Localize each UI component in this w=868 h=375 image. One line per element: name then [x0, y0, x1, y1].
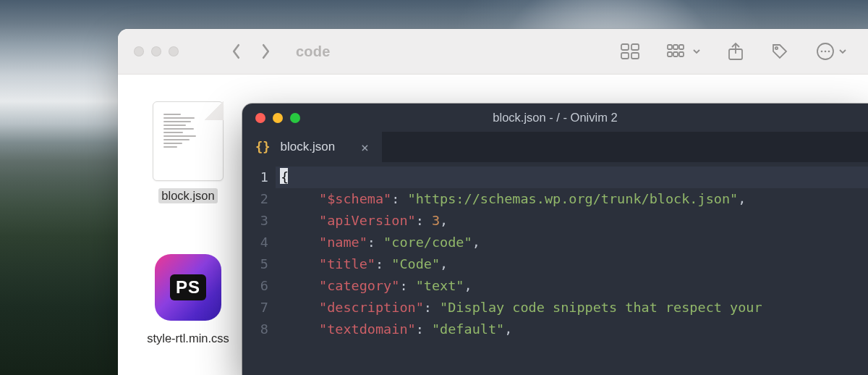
editor-area[interactable]: 12345678 {"$schema": "https://schemas.wp…: [242, 162, 868, 375]
chevron-down-icon: [839, 48, 846, 55]
finder-zoom-button[interactable]: [169, 46, 179, 56]
finder-forward-button[interactable]: [260, 43, 271, 59]
action-menu-button[interactable]: [816, 42, 846, 61]
code-line[interactable]: "name": "core/code",: [276, 232, 868, 253]
finder-close-button[interactable]: [134, 46, 144, 56]
finder-titlebar[interactable]: code: [118, 29, 868, 75]
finder-back-button[interactable]: [231, 43, 242, 59]
tags-button[interactable]: [771, 43, 788, 60]
finder-folder-title: code: [296, 43, 330, 60]
svg-rect-7: [668, 52, 672, 56]
code-line[interactable]: "$schema": "https://schemas.wp.org/trunk…: [276, 188, 868, 210]
code-line[interactable]: "title": "Code",: [276, 253, 868, 275]
code-line[interactable]: "textdomain": "default",: [276, 319, 868, 340]
svg-rect-9: [679, 52, 684, 56]
tab-label: block.json: [280, 140, 335, 154]
line-number: 1: [242, 167, 268, 188]
svg-rect-6: [679, 45, 684, 49]
code-content[interactable]: {"$schema": "https://schemas.wp.org/trun…: [276, 162, 868, 375]
group-by-button[interactable]: [667, 44, 700, 59]
editor-tab-block-json[interactable]: {} block.json ×: [242, 132, 382, 162]
line-number: 5: [242, 253, 268, 275]
finder-toolbar: [621, 29, 846, 74]
line-number: 7: [242, 297, 268, 319]
svg-point-15: [825, 51, 827, 53]
line-number: 2: [242, 188, 268, 210]
finder-traffic-lights: [134, 46, 179, 56]
json-icon: {}: [255, 140, 270, 154]
chevron-down-icon: [693, 48, 700, 55]
view-as-icons-button[interactable]: [621, 43, 639, 59]
svg-rect-5: [673, 45, 678, 49]
onivim-window: block.json - / - Onivim 2 {} block.json …: [242, 104, 868, 375]
tab-close-button[interactable]: ×: [361, 140, 369, 155]
svg-point-14: [821, 51, 823, 53]
file-item-style-rtl[interactable]: PS style-rtl.min.css: [134, 254, 242, 346]
svg-rect-8: [673, 52, 678, 56]
finder-nav: [231, 43, 271, 59]
finder-minimize-button[interactable]: [151, 46, 161, 56]
svg-rect-0: [621, 44, 629, 50]
svg-rect-1: [631, 44, 639, 50]
svg-rect-4: [668, 45, 672, 49]
svg-rect-2: [621, 53, 629, 59]
line-number: 4: [242, 232, 268, 253]
line-number: 8: [242, 319, 268, 340]
code-line[interactable]: "category": "text",: [276, 275, 868, 297]
line-number: 3: [242, 210, 268, 232]
line-number: 6: [242, 275, 268, 297]
onivim-window-title: block.json - / - Onivim 2: [242, 111, 868, 125]
code-line[interactable]: {: [276, 167, 868, 188]
line-number-gutter: 12345678: [242, 162, 276, 375]
share-button[interactable]: [728, 42, 744, 61]
svg-point-12: [775, 47, 778, 49]
file-label: block.json: [158, 188, 217, 203]
phpstorm-icon: PS: [155, 254, 221, 321]
file-icon: [153, 101, 224, 181]
onivim-titlebar[interactable]: block.json - / - Onivim 2: [242, 104, 868, 132]
code-line[interactable]: "apiVersion": 3,: [276, 210, 868, 232]
svg-rect-3: [631, 53, 639, 59]
onivim-tabbar: {} block.json ×: [242, 132, 868, 162]
file-label: style-rtl.min.css: [144, 331, 232, 346]
svg-point-16: [828, 51, 830, 53]
code-line[interactable]: "description": "Display code snippets th…: [276, 297, 868, 319]
file-item-block-json[interactable]: block.json: [134, 101, 242, 203]
